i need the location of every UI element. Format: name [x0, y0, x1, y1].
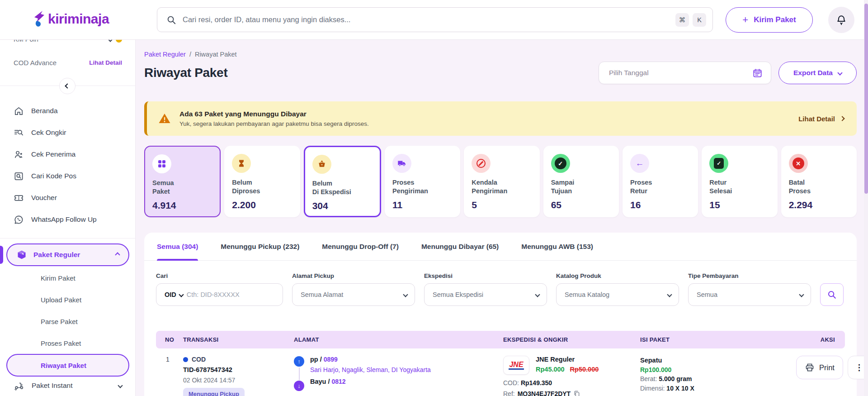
basket-icon: [317, 160, 326, 169]
column-header-alamat: ALAMAT: [294, 331, 503, 348]
actions-cell: Print ⋮: [796, 356, 868, 396]
dropoff-arrow-down-icon: ↓: [294, 381, 304, 391]
apply-filter-search-button[interactable]: [820, 283, 844, 306]
copy-icon[interactable]: [573, 390, 580, 396]
coin-icon: [116, 40, 122, 43]
sidebar-item-cari-kode-pos[interactable]: Cari Kode Pos: [0, 165, 136, 187]
packages-panel: Semua (304) Menunggu Pickup (232) Menung…: [144, 233, 857, 396]
sidebar: KM Poin COD Advance Lihat Detail Beranda: [0, 40, 136, 396]
sidebar-item-cek-penerima[interactable]: Cek Penerima: [0, 143, 136, 165]
courier-cell: JNE JNE Reguler Rp45.000 Rp50.000 COD:: [503, 356, 640, 396]
scrollbar-thumb[interactable]: [864, 4, 868, 194]
app-logo[interactable]: kiriminaja: [32, 10, 109, 28]
print-label: Print: [819, 363, 835, 372]
status-card-value: 11: [392, 200, 453, 210]
tab-semua[interactable]: Semua (304): [157, 233, 198, 261]
pickup-address-select[interactable]: Semua Alamat: [292, 283, 415, 306]
breadcrumb-parent-link[interactable]: Paket Reguler: [144, 51, 186, 58]
search-placeholder: Cari resi, order ID, atau menu yang ingi…: [183, 15, 672, 24]
status-card-semua-paket[interactable]: SemuaPaket 4.914: [144, 146, 221, 217]
search-type-select[interactable]: OID: [165, 291, 176, 298]
sidebar-item-parse-paket[interactable]: Parse Paket: [0, 310, 136, 332]
payment-type-select[interactable]: Semua: [688, 283, 811, 306]
status-cards: SemuaPaket 4.914 BelumDiproses 2.200 Bel…: [144, 146, 857, 217]
sidebar-item-whatsapp-follow-up[interactable]: WhatsApp Follow Up: [0, 209, 136, 230]
sub-item-label: Parse Paket: [41, 318, 78, 325]
sender-phone: 0899: [324, 356, 338, 363]
kirim-paket-button[interactable]: + Kirim Paket: [726, 7, 813, 33]
status-card-proses-pengiriman[interactable]: ProsesPengiriman 11: [385, 146, 460, 217]
date-range-picker[interactable]: Pilih Tanggal: [599, 62, 771, 84]
sidebar-item-paket-reguler[interactable]: Paket Reguler: [6, 243, 129, 266]
km-poin-label: KM Poin: [14, 40, 38, 43]
status-card-belum-diproses[interactable]: BelumDiproses 2.200: [224, 146, 300, 217]
dimension-label: Dimensi:: [640, 385, 665, 392]
column-header-aksi: AKSI: [796, 331, 845, 348]
order-id-placeholder: Cth: DID-8XXXXX: [187, 291, 240, 298]
tab-menunggu-drop-off[interactable]: Menunggu Drop-Off (7): [322, 233, 399, 261]
main-content: Paket Reguler / Riwayat Paket Riwayat Pa…: [136, 40, 868, 396]
shortcut-meta-key: ⌘: [675, 13, 689, 27]
sidebar-item-label: Cek Ongkir: [31, 129, 66, 137]
ban-icon: [476, 159, 486, 168]
route-connector: [299, 367, 300, 380]
clipboard-check-icon: ✓: [714, 158, 724, 169]
payment-type-label: COD: [192, 356, 206, 363]
tab-menunggu-pickup[interactable]: Menunggu Pickup (232): [221, 233, 299, 261]
sidebar-item-riwayat-paket[interactable]: Riwayat Paket: [6, 354, 129, 377]
cod-advance-row: COD Advance Lihat Detail: [14, 59, 122, 67]
catalog-select[interactable]: Semua Katalog: [556, 283, 679, 306]
item-name: Sepatu: [640, 356, 796, 365]
status-card-batal-proses[interactable]: ✕ BatalProses 2.294: [781, 146, 857, 217]
sidebar-item-kirim-paket[interactable]: Kirim Paket: [0, 267, 136, 289]
notification-button[interactable]: [828, 7, 854, 33]
chevron-down-icon: [799, 292, 804, 297]
calendar-icon: [752, 68, 763, 78]
pending-payment-banner: Ada 63 Paket yang Menunggu Dibayar Yuk, …: [144, 101, 857, 136]
sidebar-item-cek-ongkir[interactable]: Cek Ongkir: [0, 122, 136, 143]
paket-reguler-submenu: Kirim Paket Upload Paket Parse Paket Pro…: [0, 267, 136, 354]
status-card-belum-di-ekspedisi[interactable]: BelumDi Ekspedisi 304: [304, 146, 381, 217]
sidebar-item-paket-instant[interactable]: Paket Instant: [0, 375, 136, 396]
cod-amount-label: COD:: [503, 379, 519, 386]
order-id-search-input[interactable]: OID Cth: DID-8XXXXX: [156, 283, 283, 306]
sidebar-menu: Beranda Cek Ongkir Cek Penerima: [0, 100, 136, 230]
status-card-kendala-pengiriman[interactable]: KendalaPengiriman 5: [464, 146, 539, 217]
status-card-proses-retur[interactable]: ← ProsesRetur 16: [623, 146, 698, 217]
sidebar-item-beranda[interactable]: Beranda: [0, 100, 136, 122]
cod-advance-label: COD Advance: [14, 59, 57, 67]
banner-lihat-detail-link[interactable]: Lihat Detail: [798, 115, 844, 123]
sidebar-item-km-poin[interactable]: KM Poin: [0, 40, 136, 46]
sidebar-item-voucher[interactable]: Voucher: [0, 187, 136, 209]
page-scrollbar[interactable]: [864, 0, 868, 396]
status-card-value: 2.200: [232, 200, 292, 210]
status-card-retur-selesai[interactable]: ✓ ReturSelesai 15: [702, 146, 777, 217]
chevron-down-icon: [403, 292, 408, 297]
courier-select[interactable]: Semua Ekspedisi: [424, 283, 547, 306]
sidebar-collapse-button[interactable]: [59, 78, 75, 94]
export-data-button[interactable]: Export Data: [778, 62, 857, 84]
sidebar-item-proses-paket[interactable]: Proses Paket: [0, 332, 136, 354]
filter-label-katalog-produk: Katalog Produk: [556, 272, 679, 279]
warning-icon: [158, 112, 171, 125]
bell-icon: [835, 14, 847, 26]
tab-menunggu-awb[interactable]: Menunggu AWB (153): [521, 233, 593, 261]
address-cell: ↑ ↓ pp / 0899 Sari Harjo, Ngaglik, Slema…: [294, 356, 503, 396]
scooter-icon: [14, 380, 24, 391]
tab-menunggu-dibayar[interactable]: Menunggu Dibayar (65): [421, 233, 499, 261]
dimension-value: 10 X 10 X: [666, 385, 694, 392]
status-card-sampai-tujuan[interactable]: ✓ SampaiTujuan 65: [543, 146, 619, 217]
sub-item-label: Proses Paket: [41, 339, 81, 347]
shipping-price: Rp45.000: [536, 366, 565, 373]
filter-label-tipe-pembayaran: Tipe Pembayaran: [688, 272, 811, 279]
cod-advance-lihat-detail-link[interactable]: Lihat Detail: [89, 59, 122, 66]
global-search-input[interactable]: Cari resi, order ID, atau menu yang ingi…: [157, 7, 713, 32]
weight-value: 5.000 gram: [659, 375, 692, 382]
sidebar-item-label: Voucher: [31, 194, 57, 202]
filter-label-cari: Cari: [156, 272, 283, 279]
breadcrumb-separator: /: [189, 51, 191, 58]
ref-label: Ref:: [503, 390, 515, 396]
print-button[interactable]: Print: [796, 356, 843, 379]
sidebar-item-upload-paket[interactable]: Upload Paket: [0, 289, 136, 310]
row-number: 1: [156, 356, 183, 396]
